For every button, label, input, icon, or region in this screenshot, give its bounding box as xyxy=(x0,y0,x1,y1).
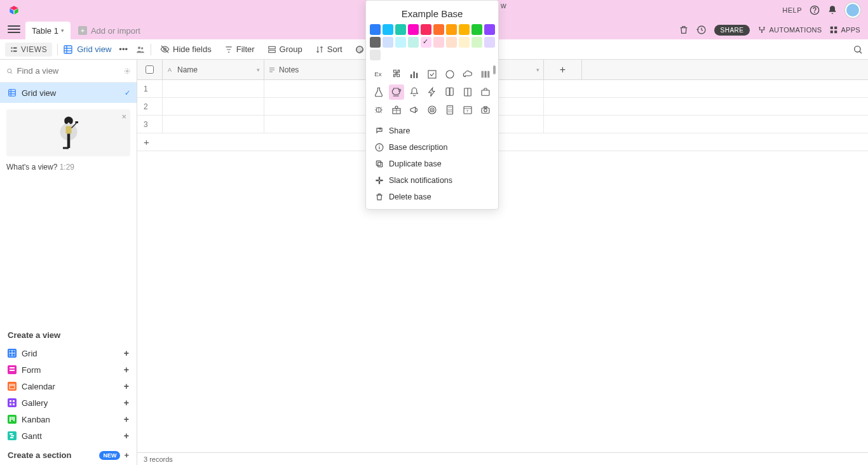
book-icon[interactable] xyxy=(442,84,458,100)
bug-icon[interactable] xyxy=(371,102,386,118)
color-swatch[interactable] xyxy=(370,50,381,60)
book2-icon[interactable] xyxy=(460,84,475,100)
target-icon[interactable] xyxy=(424,102,440,118)
plus-icon[interactable]: + xyxy=(124,450,129,460)
automations-button[interactable]: AUTOMATIONS xyxy=(757,25,822,34)
create-kanban-view[interactable]: Kanban+ xyxy=(8,411,129,428)
share-button[interactable]: SHARE xyxy=(714,25,750,36)
add-or-import-button[interactable]: + Add or import xyxy=(78,22,140,39)
calc-icon[interactable] xyxy=(442,102,458,118)
close-icon[interactable]: × xyxy=(121,112,126,121)
help-text[interactable]: HELP xyxy=(782,6,802,14)
notifications-icon[interactable] xyxy=(827,5,837,15)
views-toggle-button[interactable]: VIEWS xyxy=(5,43,52,57)
column-dropdown-icon[interactable]: ▾ xyxy=(536,67,539,73)
plus-icon[interactable]: + xyxy=(124,414,129,424)
puzzle-icon[interactable] xyxy=(389,67,404,82)
color-swatch[interactable] xyxy=(370,24,381,35)
color-swatch[interactable] xyxy=(484,37,495,48)
cell[interactable] xyxy=(163,80,264,97)
color-swatch[interactable] xyxy=(395,37,406,48)
plus-icon[interactable]: + xyxy=(124,398,129,408)
plus-icon[interactable]: + xyxy=(124,348,129,358)
color-swatch[interactable] xyxy=(370,37,381,48)
color-swatch[interactable] xyxy=(446,37,457,48)
cell[interactable] xyxy=(163,98,264,115)
bell-icon[interactable] xyxy=(407,84,422,100)
Ex-icon[interactable]: Ex xyxy=(371,67,386,82)
color-swatch[interactable] xyxy=(471,37,482,48)
plus-icon[interactable]: + xyxy=(124,431,129,441)
cell[interactable] xyxy=(163,116,264,133)
add-row[interactable]: + xyxy=(137,133,868,151)
create-form-view[interactable]: Form+ xyxy=(8,361,129,378)
gift-icon[interactable] xyxy=(389,102,404,118)
tab-table1[interactable]: Table 1 ▾ xyxy=(25,22,71,39)
promo-text[interactable]: What's a view? 1:29 xyxy=(0,163,137,172)
color-swatch[interactable] xyxy=(446,24,457,35)
color-swatch[interactable] xyxy=(433,24,444,35)
add-column-button[interactable]: + xyxy=(544,60,582,79)
checkbox-icon[interactable] xyxy=(424,67,440,82)
color-swatch[interactable] xyxy=(433,37,444,48)
color-swatch[interactable] xyxy=(408,24,419,35)
people-icon[interactable] xyxy=(135,44,146,55)
tab-caret-icon[interactable]: ▾ xyxy=(61,27,64,34)
search-icon[interactable] xyxy=(853,44,863,55)
hamburger-menu-icon[interactable] xyxy=(8,23,20,36)
menu-description[interactable]: Base description xyxy=(366,139,498,156)
cup-icon[interactable] xyxy=(389,84,404,100)
table-row[interactable]: 2 xyxy=(137,98,868,116)
column-dropdown-icon[interactable]: ▾ xyxy=(257,67,260,73)
create-section[interactable]: Create a section NEW + xyxy=(8,444,129,462)
user-avatar[interactable] xyxy=(845,3,860,18)
briefcase-icon[interactable] xyxy=(478,84,493,100)
menu-slack[interactable]: Slack notifications xyxy=(366,172,498,189)
menu-share[interactable]: Share xyxy=(366,123,498,139)
menu-delete[interactable]: Delete base xyxy=(366,189,498,205)
create-gallery-view[interactable]: Gallery+ xyxy=(8,394,129,411)
scrollbar[interactable] xyxy=(493,65,496,74)
bars-icon[interactable] xyxy=(407,67,422,82)
select-all-checkbox[interactable] xyxy=(137,60,163,79)
settings-icon[interactable] xyxy=(124,67,131,76)
help-icon[interactable] xyxy=(810,5,820,15)
column-header-name[interactable]: A Name ▾ xyxy=(163,60,264,79)
create-grid-view[interactable]: Grid+ xyxy=(8,345,129,361)
table-row[interactable]: 3 xyxy=(137,116,868,133)
group-button[interactable]: Group xyxy=(264,42,306,57)
barcode-icon[interactable] xyxy=(478,67,493,82)
camera-icon[interactable] xyxy=(478,102,493,118)
cloud-icon[interactable] xyxy=(460,67,475,82)
table-row[interactable]: 1 xyxy=(137,80,868,98)
bolt-icon[interactable] xyxy=(424,84,440,100)
color-swatch[interactable] xyxy=(459,37,470,48)
hide-fields-button[interactable]: Hide fields xyxy=(156,42,215,57)
current-view-button[interactable]: Grid view xyxy=(63,44,111,55)
color-swatch[interactable] xyxy=(421,24,431,35)
history-icon[interactable] xyxy=(696,25,707,35)
filter-button[interactable]: Filter xyxy=(220,42,259,57)
create-gantt-view[interactable]: Gantt+ xyxy=(8,428,129,444)
color-swatch[interactable] xyxy=(459,24,470,35)
trash-icon[interactable] xyxy=(679,25,689,35)
plus-icon[interactable]: + xyxy=(124,365,129,375)
app-logo[interactable] xyxy=(8,4,20,17)
flask-icon[interactable] xyxy=(371,84,386,100)
plus-icon[interactable]: + xyxy=(124,381,129,391)
color-swatch[interactable] xyxy=(395,24,406,35)
base-title[interactable]: Example Base xyxy=(366,6,498,24)
promo-card[interactable]: × xyxy=(6,109,130,156)
apps-button[interactable]: APPS xyxy=(829,25,860,34)
megaphone-icon[interactable] xyxy=(407,102,422,118)
circle-icon[interactable] xyxy=(442,67,458,82)
menu-duplicate[interactable]: Duplicate base xyxy=(366,156,498,172)
sort-button[interactable]: Sort xyxy=(311,42,346,57)
cal-icon[interactable]: 7 xyxy=(460,102,475,118)
color-swatch[interactable] xyxy=(484,24,495,35)
create-calendar-view[interactable]: Calendar+ xyxy=(8,378,129,394)
view-more-icon[interactable]: ••• xyxy=(116,44,130,54)
find-view-input[interactable] xyxy=(17,66,124,76)
color-swatch[interactable] xyxy=(471,24,482,35)
color-swatch[interactable] xyxy=(408,37,419,48)
